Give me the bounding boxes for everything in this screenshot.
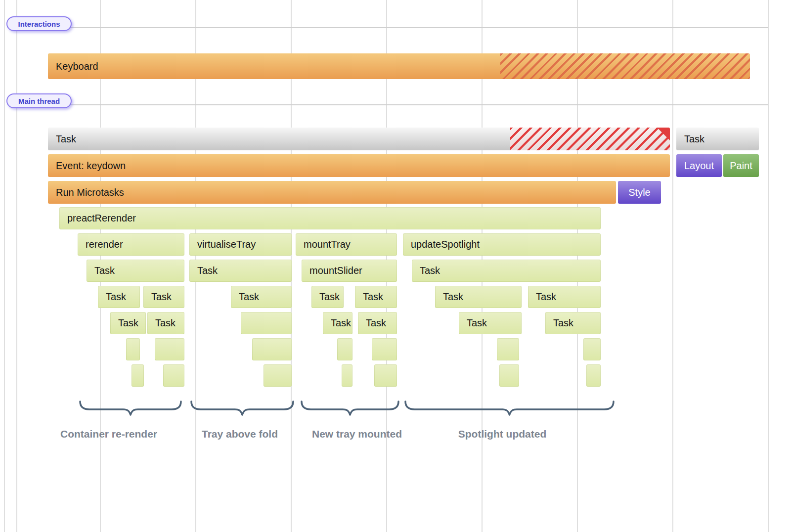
- performance-flame-chart: Interactions Main thread KeyboardTaskTas…: [0, 0, 792, 532]
- bar-label: Task: [366, 317, 386, 329]
- annotation-label: Tray above fold: [202, 428, 278, 440]
- bar-label: Task: [331, 317, 351, 329]
- task-bar[interactable]: Task: [528, 286, 601, 308]
- red-corner-triangle-icon: [657, 128, 670, 140]
- subtask-bar[interactable]: [342, 364, 352, 387]
- subtask-bar[interactable]: [372, 338, 397, 360]
- annotation-label: Spotlight updated: [458, 428, 546, 440]
- task-bar[interactable]: Task: [459, 312, 522, 334]
- task-bar-long[interactable]: Task: [48, 128, 670, 150]
- bar-label: Task: [443, 291, 463, 303]
- subtask-bar[interactable]: [337, 338, 352, 360]
- bar-label: preactRerender: [67, 213, 136, 224]
- bar-label: Task: [536, 291, 556, 303]
- subtask-bar[interactable]: [586, 364, 601, 387]
- main-thread-track-pill[interactable]: Main thread: [6, 93, 72, 108]
- task-bar[interactable]: Task: [87, 260, 184, 282]
- subtask-bar[interactable]: [583, 338, 601, 360]
- task-bar[interactable]: Task: [231, 286, 292, 308]
- vertical-gridline: [768, 0, 769, 532]
- bar-label: Task: [118, 317, 138, 329]
- task-bar[interactable]: Task: [358, 312, 397, 334]
- subtask-bar[interactable]: [264, 364, 292, 387]
- annotation-brace: [404, 400, 615, 417]
- bar-label: Keyboard: [56, 61, 98, 72]
- subtask-bar[interactable]: [497, 338, 519, 360]
- annotation-brace: [79, 400, 182, 417]
- vertical-gridline: [4, 0, 5, 532]
- task-bar[interactable]: Task: [355, 286, 397, 308]
- rerender-bar[interactable]: rerender: [78, 233, 184, 256]
- interactions-track-pill[interactable]: Interactions: [6, 16, 72, 31]
- bar-label: Task: [94, 265, 115, 276]
- track-separator-line: [16, 27, 768, 28]
- task-bar[interactable]: Task: [147, 312, 184, 334]
- style-bar[interactable]: Style: [618, 181, 661, 204]
- bar-label: Layout: [684, 160, 714, 172]
- mount-slider-bar[interactable]: mountSlider: [302, 260, 397, 282]
- bar-label: Task: [106, 291, 126, 303]
- task-bar[interactable]: Task: [110, 312, 146, 334]
- bar-label: rerender: [86, 239, 123, 250]
- preact-rerender-bar[interactable]: preactRerender: [59, 207, 601, 229]
- task-bar[interactable]: Task: [323, 312, 352, 334]
- bar-label: Task: [363, 291, 383, 303]
- red-hatch-overlay: [510, 128, 670, 150]
- bar-label: mountSlider: [309, 265, 362, 276]
- bar-label: Run Microtasks: [56, 187, 124, 198]
- task-bar[interactable]: Task: [98, 286, 140, 308]
- bar-label: Task: [420, 265, 440, 276]
- task-bar[interactable]: Task: [412, 260, 601, 282]
- vertical-gridline: [16, 0, 17, 532]
- task-bar[interactable]: Task: [189, 260, 292, 282]
- track-separator-line: [16, 104, 768, 105]
- update-spotlight-bar[interactable]: updateSpotlight: [403, 233, 601, 256]
- run-microtasks-bar[interactable]: Run Microtasks: [48, 181, 616, 204]
- subtask-bar[interactable]: [155, 338, 184, 360]
- task-bar-right[interactable]: Task: [676, 128, 759, 150]
- task-bar[interactable]: Task: [435, 286, 522, 308]
- annotation-brace: [301, 400, 399, 417]
- layout-bar[interactable]: Layout: [676, 154, 722, 177]
- bar-label: Task: [197, 265, 218, 276]
- bar-label: Task: [151, 291, 172, 303]
- main-thread-track-label: Main thread: [18, 97, 60, 105]
- bar-label: Paint: [730, 160, 752, 172]
- subtask-bar[interactable]: [163, 364, 184, 387]
- subtask-bar[interactable]: [499, 364, 519, 387]
- bar-label: virtualiseTray: [197, 239, 256, 250]
- subtask-bar[interactable]: [241, 312, 292, 334]
- paint-bar[interactable]: Paint: [723, 154, 759, 177]
- bar-label: Task: [56, 133, 76, 145]
- subtask-bar[interactable]: [126, 338, 140, 360]
- subtask-bar[interactable]: [132, 364, 144, 387]
- interactions-track-label: Interactions: [18, 20, 60, 28]
- bar-label: Task: [239, 291, 259, 303]
- annotation-brace: [190, 400, 294, 417]
- keyboard-interaction-bar[interactable]: Keyboard: [48, 53, 750, 79]
- annotation-label: Container re-render: [60, 428, 157, 440]
- subtask-bar[interactable]: [252, 338, 292, 360]
- task-bar[interactable]: Task: [143, 286, 184, 308]
- bar-label: updateSpotlight: [411, 239, 480, 250]
- bar-label: mountTray: [304, 239, 351, 250]
- annotation-label: New tray mounted: [312, 428, 402, 440]
- bar-label: Task: [467, 317, 487, 329]
- task-bar[interactable]: Task: [311, 286, 344, 308]
- bar-label: Event: keydown: [56, 160, 126, 172]
- bar-label: Style: [628, 187, 650, 198]
- event-keydown-bar[interactable]: Event: keydown: [48, 154, 670, 177]
- bar-label: Task: [684, 133, 704, 145]
- orange-hatch-overlay: [500, 53, 750, 79]
- virtualise-tray-bar[interactable]: virtualiseTray: [189, 233, 292, 256]
- vertical-gridline: [672, 0, 673, 532]
- bar-label: Task: [319, 291, 340, 303]
- subtask-bar[interactable]: [374, 364, 397, 387]
- task-bar[interactable]: Task: [545, 312, 601, 334]
- mount-tray-bar[interactable]: mountTray: [296, 233, 397, 256]
- bar-label: Task: [155, 317, 176, 329]
- bar-label: Task: [553, 317, 573, 329]
